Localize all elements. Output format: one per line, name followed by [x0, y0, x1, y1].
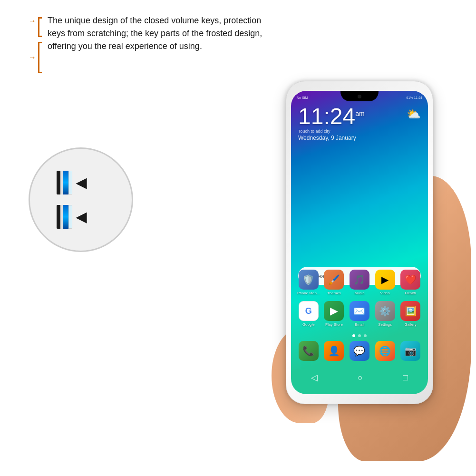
- zoom-circle: ◀ ◀: [29, 147, 133, 252]
- clock-area: 11:24am Touch to add city Wednesday, 9 J…: [298, 105, 365, 141]
- description-area: → → The unique design of the closed volu…: [29, 14, 276, 73]
- google-app-icon: G: [299, 301, 319, 321]
- app-themes[interactable]: 🖌️ Themes: [321, 270, 346, 295]
- app-playstore[interactable]: ▶ Play Store: [321, 301, 346, 327]
- zoom-inner: ◀ ◀: [30, 149, 132, 251]
- dot-2: [358, 334, 361, 337]
- contacts-icon: 👤: [324, 341, 344, 361]
- email-label: Email: [355, 322, 364, 327]
- phone-screen: No SIM 61% 11:24 11:24am Touch to add ci…: [291, 91, 428, 394]
- gallery-label: Gallery: [405, 322, 417, 327]
- app-google[interactable]: G Google: [296, 301, 321, 327]
- messages-icon: 💬: [350, 341, 369, 361]
- settings-label: Settings: [378, 322, 392, 327]
- video-icon: ▶: [375, 270, 395, 290]
- volume-down-button[interactable]: [433, 176, 433, 200]
- themes-icon: 🖌️: [324, 270, 344, 290]
- navigation-bar: ◁ ○ □: [291, 366, 428, 389]
- app-contacts[interactable]: 👤: [321, 341, 346, 362]
- clock-date: Wednesday, 9 January: [298, 135, 365, 141]
- dot-3: [364, 334, 367, 337]
- themes-label: Themes: [327, 291, 341, 295]
- layer-row-bottom: ◀: [57, 205, 87, 229]
- chrome-icon: 🌐: [375, 341, 395, 361]
- camera-icon: 📷: [400, 341, 420, 361]
- arrow-1: →: [29, 17, 36, 25]
- music-label: Music: [355, 291, 365, 295]
- google-label: Google: [302, 322, 315, 327]
- health-label: Health: [405, 291, 416, 295]
- health-icon: ❤️: [400, 270, 420, 290]
- playstore-icon: ▶: [324, 301, 344, 321]
- app-phone-manager[interactable]: 🛡️ Phone Man...: [296, 270, 321, 295]
- dot-1: [352, 334, 355, 337]
- app-email[interactable]: ✉️ Email: [347, 301, 372, 327]
- nav-recent[interactable]: □: [403, 373, 408, 383]
- arrow-left-top: ◀: [76, 175, 87, 191]
- video-label: Video: [380, 291, 389, 295]
- phone-notch: [340, 91, 379, 101]
- app-video[interactable]: ▶ Video: [373, 270, 398, 295]
- app-health[interactable]: ❤️ Health: [398, 270, 423, 295]
- app-chrome[interactable]: 🌐: [373, 341, 398, 362]
- app-camera[interactable]: 📷: [398, 341, 423, 362]
- power-button[interactable]: [433, 214, 433, 248]
- app-settings[interactable]: ⚙️ Settings: [373, 301, 398, 327]
- front-camera: [358, 95, 361, 98]
- gallery-icon: 🖼️: [400, 301, 420, 321]
- arrow-2: →: [29, 54, 36, 61]
- phone-body: No SIM 61% 11:24 11:24am Touch to add ci…: [286, 81, 433, 404]
- arrow-left-bottom: ◀: [76, 209, 87, 225]
- app-row-1: 🛡️ Phone Man... 🖌️ Themes 🎵 Music ▶ Vide…: [296, 270, 423, 295]
- playstore-label: Play Store: [325, 322, 343, 327]
- status-left: No SIM: [297, 96, 308, 99]
- phone-container: No SIM 61% 11:24 11:24am Touch to add ci…: [286, 81, 462, 452]
- nav-home[interactable]: ○: [358, 373, 363, 383]
- phone-icon: 📞: [299, 341, 319, 361]
- touch-label: Touch to add city: [298, 129, 365, 134]
- clock-time: 11:24am: [298, 105, 365, 128]
- status-right: 61% 11:24: [407, 96, 422, 99]
- app-music[interactable]: 🎵 Music: [347, 270, 372, 295]
- music-icon: 🎵: [350, 270, 369, 290]
- phone-manager-icon: 🛡️: [299, 270, 319, 290]
- settings-icon: ⚙️: [375, 301, 395, 321]
- phone-manager-label: Phone Man...: [297, 291, 320, 295]
- layer-row-top: ◀: [57, 171, 87, 194]
- annotation-brackets: → →: [29, 17, 42, 73]
- weather-icon: ⛅: [407, 107, 421, 121]
- app-grid: 🛡️ Phone Man... 🖌️ Themes 🎵 Music ▶ Vide…: [296, 270, 423, 332]
- volume-up-button[interactable]: [433, 148, 433, 172]
- app-row-2: G Google ▶ Play Store ✉️ Email ⚙️ Settin…: [296, 301, 423, 327]
- description-text: The unique design of the closed volume k…: [48, 14, 276, 73]
- nav-back[interactable]: ◁: [311, 372, 318, 383]
- email-icon: ✉️: [350, 301, 369, 321]
- app-messages[interactable]: 💬: [347, 341, 372, 362]
- page-dots: [291, 334, 428, 337]
- app-phone[interactable]: 📞: [296, 341, 321, 362]
- app-gallery[interactable]: 🖼️ Gallery: [398, 301, 423, 327]
- dock-row: 📞 👤 💬 🌐: [296, 341, 423, 368]
